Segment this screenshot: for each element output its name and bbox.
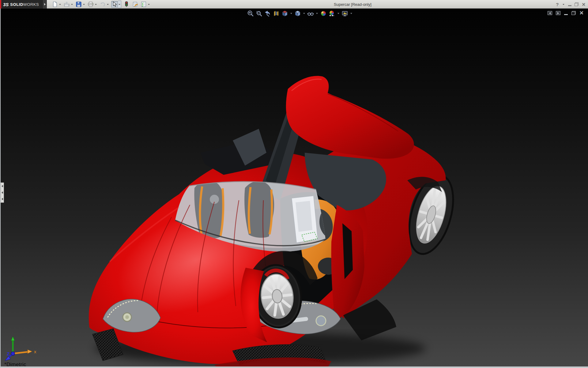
open-icon xyxy=(64,1,70,7)
apply-scene-button[interactable] xyxy=(328,10,336,17)
save-button[interactable] xyxy=(75,1,82,8)
restore-button[interactable] xyxy=(575,2,579,6)
zoom-to-area-button[interactable] xyxy=(255,10,263,17)
help-button[interactable]: ? xyxy=(556,2,559,7)
graphics-viewport[interactable]: ✕ x Z *Dimetric xyxy=(0,9,588,366)
zoom-to-fit-button[interactable] xyxy=(247,10,254,17)
standard-toolbar xyxy=(51,0,152,9)
edit-appearance-button[interactable] xyxy=(320,10,327,17)
hide-show-items-dropdown[interactable] xyxy=(315,10,318,17)
expand-arrow-icon xyxy=(2,191,3,194)
pane-left-arrow-icon xyxy=(549,12,551,14)
open-dropdown[interactable] xyxy=(70,1,74,8)
minimize-button[interactable] xyxy=(568,5,571,6)
view-settings-icon xyxy=(341,10,348,17)
rebuild-button[interactable] xyxy=(123,1,130,8)
new-document-icon xyxy=(52,1,58,7)
options-dropdown[interactable] xyxy=(147,1,150,8)
file-properties-icon xyxy=(132,1,138,7)
title-bar: 3S SOLIDWORKS xyxy=(0,0,588,9)
triad-z-label: Z xyxy=(7,351,9,356)
select-tool-dropdown[interactable] xyxy=(118,1,121,8)
solidworks-wordmark: SOLIDWORKS xyxy=(10,2,39,7)
print-icon xyxy=(88,1,94,7)
view-orientation-dropdown[interactable] xyxy=(290,10,293,17)
rebuild-traffic-light-icon xyxy=(123,1,130,7)
view-orientation-label: *Dimetric xyxy=(4,362,26,366)
menu-flyout-arrow[interactable] xyxy=(43,0,47,9)
undo-button[interactable] xyxy=(99,1,106,8)
document-restore-button[interactable] xyxy=(571,11,576,15)
document-minimize-button[interactable] xyxy=(564,14,568,15)
view-orientation-icon xyxy=(281,10,288,17)
view-settings-button[interactable] xyxy=(341,10,349,17)
save-dropdown[interactable] xyxy=(82,1,85,8)
select-tool-button[interactable] xyxy=(111,1,118,8)
window-left-border xyxy=(0,9,1,366)
zoom-to-fit-icon xyxy=(247,10,254,17)
print-dropdown[interactable] xyxy=(94,1,97,8)
edit-appearance-icon xyxy=(320,10,327,17)
file-properties-button[interactable] xyxy=(132,1,138,8)
help-dropdown[interactable] xyxy=(562,2,565,6)
show-left-pane-button[interactable] xyxy=(548,11,552,15)
section-view-icon xyxy=(273,10,280,17)
view-settings-dropdown[interactable] xyxy=(350,10,353,17)
pane-right-arrow-icon xyxy=(557,12,559,14)
heads-up-view-toolbar xyxy=(247,10,353,17)
feature-manager-collapsed-tab[interactable] xyxy=(1,182,4,203)
open-button[interactable] xyxy=(63,1,70,8)
dassault-3s-logo-icon: 3S xyxy=(3,2,9,7)
section-view-button[interactable] xyxy=(273,10,280,17)
hide-show-items-button[interactable] xyxy=(307,10,314,17)
select-cursor-icon xyxy=(112,2,117,7)
new-document-dropdown[interactable] xyxy=(58,1,62,8)
view-orientation-button[interactable] xyxy=(281,10,288,17)
previous-view-button[interactable] xyxy=(264,10,271,17)
close-button[interactable]: ✕ xyxy=(582,2,586,7)
undo-icon xyxy=(100,1,106,7)
hide-show-items-icon xyxy=(307,10,314,17)
previous-view-icon xyxy=(264,10,271,17)
document-close-button[interactable]: ✕ xyxy=(579,10,584,16)
flyout-arrow-icon xyxy=(44,3,46,6)
logo-accent-stripe xyxy=(0,0,1,9)
options-button[interactable] xyxy=(140,1,147,8)
apply-scene-icon xyxy=(329,10,335,17)
save-icon xyxy=(76,1,82,7)
display-style-dropdown[interactable] xyxy=(303,10,306,17)
show-right-pane-button[interactable] xyxy=(556,11,560,15)
document-title: Supercar [Read-only] xyxy=(334,0,371,9)
print-button[interactable] xyxy=(87,1,94,8)
new-document-button[interactable] xyxy=(51,1,58,8)
apply-scene-dropdown[interactable] xyxy=(337,10,340,17)
solidworks-window: 3S SOLIDWORKS xyxy=(0,0,588,368)
solidworks-logo: 3S SOLIDWORKS xyxy=(0,0,43,9)
zoom-to-area-icon xyxy=(256,10,262,17)
supercar-3d-model[interactable] xyxy=(0,9,588,366)
options-icon xyxy=(141,1,147,7)
undo-dropdown[interactable] xyxy=(106,1,109,8)
window-bottom-edge xyxy=(0,366,588,368)
expand-arrow-icon xyxy=(2,198,3,200)
expand-arrow-icon xyxy=(2,185,3,187)
window-controls: ? ✕ xyxy=(556,0,586,9)
display-style-icon xyxy=(294,10,301,17)
document-window-controls: ✕ xyxy=(548,10,584,16)
orientation-triad: x Z xyxy=(2,335,39,364)
triad-x-label: x xyxy=(34,349,36,354)
display-style-button[interactable] xyxy=(294,10,301,17)
